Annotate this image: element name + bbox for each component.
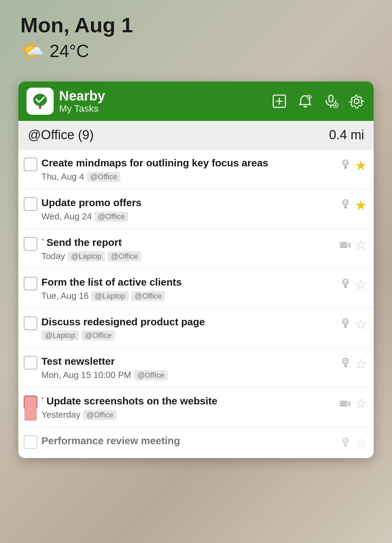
svg-rect-23 (348, 243, 351, 248)
task-tag[interactable]: @Laptop (41, 330, 79, 341)
weather-row: 🌤️ 24°C (20, 41, 372, 61)
task-item: Create mindmaps for outlining key focus … (18, 149, 374, 189)
task-tag[interactable]: @Laptop (91, 291, 129, 301)
task-item: Performance review meeting @ ☆ (18, 427, 374, 458)
task-item: Discuss redesigned product page@Laptop@O… (18, 308, 374, 348)
task-title[interactable]: Update promo offers (41, 196, 142, 209)
task-date: Yesterday (41, 410, 80, 420)
task-content: ▪Update screenshots on the websiteYester… (41, 394, 335, 420)
task-title[interactable]: Discuss redesigned product page (41, 315, 205, 328)
task-title[interactable]: Create mindmaps for outlining key focus … (41, 156, 268, 169)
subtask-icon (339, 238, 351, 252)
task-title-row: Update promo offers (41, 196, 336, 209)
task-note-icon: ▪ (41, 394, 44, 402)
add-reminder-button[interactable] (296, 92, 314, 110)
svg-rect-22 (340, 242, 347, 244)
status-bar: Mon, Aug 1 🌤️ 24°C (0, 0, 392, 68)
task-tag[interactable]: @Laptop (68, 251, 105, 261)
svg-text:@: @ (343, 200, 348, 205)
task-content: Discuss redesigned product page@Laptop@O… (41, 315, 336, 341)
app-title: Nearby (59, 88, 265, 103)
task-note-icon: ▪ (41, 236, 44, 243)
svg-text:@: @ (343, 160, 348, 165)
task-content: Performance review meeting (41, 434, 336, 449)
task-content: Form the list of active clientsTue, Aug … (41, 275, 336, 301)
task-actions: @ ☆ (340, 355, 367, 372)
task-title[interactable]: Test newsletter (41, 355, 115, 368)
task-checkbox[interactable] (24, 435, 37, 449)
task-content: Update promo offersWed, Aug 24@Office (41, 196, 336, 222)
task-content: Test newsletterMon, Aug 15 10:00 PM@Offi… (41, 355, 336, 380)
task-title[interactable]: Send the report (46, 236, 122, 249)
task-date: Mon, Aug 15 10:00 PM (41, 370, 131, 380)
voice-settings-button[interactable] (322, 92, 340, 110)
task-title-row: Discuss redesigned product page (41, 315, 336, 328)
task-tag[interactable]: @Office (81, 330, 115, 341)
task-checkbox[interactable] (24, 356, 37, 369)
task-title-row: Test newsletter (41, 355, 336, 368)
svg-point-15 (354, 99, 359, 104)
task-actions: @ ☆ (340, 275, 367, 292)
task-content: Create mindmaps for outlining key focus … (41, 156, 336, 182)
temperature: 24°C (50, 41, 89, 61)
task-title-row: ▪Send the report (41, 236, 335, 249)
task-tag[interactable]: @Office (94, 212, 128, 222)
app-logo-icon (30, 91, 50, 111)
task-checkbox[interactable] (24, 316, 37, 330)
star-icon[interactable]: ☆ (355, 396, 367, 411)
task-item: ▪Update screenshots on the websiteYester… (18, 387, 374, 427)
task-item: Form the list of active clientsTue, Aug … (18, 269, 374, 308)
task-item: ▪Send the reportToday@Laptop@Office ☆ (18, 229, 374, 269)
star-icon[interactable]: ★ (355, 158, 367, 173)
task-meta: @Laptop@Office (41, 330, 336, 341)
app-subtitle: My Tasks (59, 103, 265, 114)
star-icon[interactable]: ☆ (355, 316, 367, 332)
task-date: Thu, Aug 4 (41, 171, 84, 182)
add-task-button[interactable] (270, 92, 288, 110)
star-icon[interactable]: ☆ (355, 277, 367, 292)
subtask-icon (339, 397, 351, 410)
task-checkbox[interactable] (24, 396, 37, 409)
star-icon[interactable]: ☆ (355, 237, 367, 253)
svg-rect-20 (340, 244, 347, 246)
task-title-row: Create mindmaps for outlining key focus … (41, 156, 336, 169)
svg-rect-21 (340, 246, 347, 248)
svg-rect-31 (340, 405, 347, 406)
task-title[interactable]: Update screenshots on the website (46, 394, 217, 408)
star-icon[interactable]: ★ (355, 197, 367, 213)
svg-rect-1 (39, 105, 41, 109)
task-title[interactable]: Form the list of active clients (41, 275, 182, 289)
add-reminder-icon (297, 93, 313, 109)
location-pin-icon: @ (340, 357, 351, 371)
task-checkbox[interactable] (24, 277, 37, 290)
app-header: Nearby My Tasks (18, 82, 374, 121)
task-title[interactable]: Performance review meeting (41, 434, 180, 447)
star-icon[interactable]: ☆ (355, 435, 367, 451)
location-pin-icon: @ (340, 277, 351, 292)
task-tag[interactable]: @Office (131, 291, 165, 301)
task-meta: Thu, Aug 4@Office (41, 171, 336, 182)
weather-icon: 🌤️ (20, 41, 44, 60)
task-checkbox[interactable] (24, 237, 37, 251)
task-date: Today (41, 251, 65, 261)
task-tag[interactable]: @Office (108, 251, 141, 261)
task-checkbox[interactable] (24, 197, 37, 211)
settings-button[interactable] (348, 92, 366, 110)
add-task-icon (271, 93, 287, 109)
task-date: Wed, Aug 24 (41, 211, 92, 222)
settings-icon (349, 93, 365, 109)
task-actions: @ ★ (340, 156, 367, 173)
task-actions: ☆ (339, 394, 367, 411)
svg-text:@: @ (343, 319, 348, 324)
svg-rect-33 (348, 401, 351, 406)
task-tag[interactable]: @Office (83, 410, 117, 420)
task-actions: @ ☆ (340, 315, 367, 332)
star-icon[interactable]: ☆ (355, 356, 367, 372)
task-meta: Mon, Aug 15 10:00 PM@Office (41, 370, 336, 380)
task-checkbox[interactable] (24, 158, 37, 171)
task-meta: Today@Laptop@Office (41, 251, 335, 261)
task-tag[interactable]: @Office (87, 172, 120, 182)
date-label: Mon, Aug 1 (20, 14, 372, 37)
task-tag[interactable]: @Office (134, 370, 168, 380)
location-bar: @Office (9) 0.4 mi (18, 121, 374, 149)
